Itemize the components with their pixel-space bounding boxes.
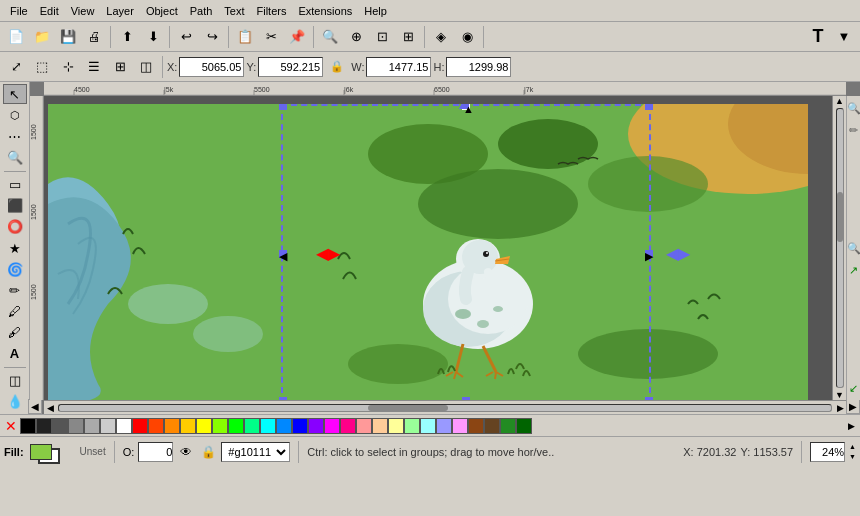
snap-guide[interactable]: ☰	[82, 55, 106, 79]
menu-file[interactable]: File	[4, 3, 34, 19]
swatch-brown[interactable]	[468, 418, 484, 434]
zoom-draw-button[interactable]: ⊞	[396, 25, 420, 49]
print-button[interactable]: 🖨	[82, 25, 106, 49]
more-tools-button[interactable]: ▼	[832, 25, 856, 49]
expand-left-btn[interactable]: ◀	[28, 399, 42, 414]
swatch-brightyellow[interactable]	[196, 418, 212, 434]
zoom-tool[interactable]: 🔍	[3, 147, 27, 167]
menu-edit[interactable]: Edit	[34, 3, 65, 19]
swatch-yellowgreen[interactable]	[212, 418, 228, 434]
dropper-tool[interactable]: 💧	[3, 392, 27, 412]
zoom-input[interactable]	[810, 442, 845, 462]
swatch-yellow[interactable]	[180, 418, 196, 434]
color-black[interactable]	[20, 418, 36, 434]
menu-view[interactable]: View	[65, 3, 101, 19]
swatch-cyan[interactable]	[260, 418, 276, 434]
right-tool-3[interactable]: 🔍	[845, 239, 861, 257]
hscroll-track[interactable]	[58, 404, 832, 412]
right-tool-4[interactable]: ↗	[845, 261, 861, 279]
zoom-page-button[interactable]: ⊡	[370, 25, 394, 49]
swatch-pink[interactable]	[452, 418, 468, 434]
pen-tool[interactable]: 🖊	[3, 301, 27, 321]
text-tool-large-button[interactable]: T	[806, 25, 830, 49]
lock-ratio-button[interactable]: 🔒	[325, 55, 349, 79]
move-handle-right[interactable]: ◀▶	[666, 244, 690, 263]
swatch-forestgreen[interactable]	[500, 418, 516, 434]
menu-extensions[interactable]: Extensions	[292, 3, 358, 19]
h-input[interactable]	[446, 57, 511, 77]
visibility-icon[interactable]: 👁	[177, 443, 195, 461]
menu-help[interactable]: Help	[358, 3, 393, 19]
paste-button[interactable]: 📌	[285, 25, 309, 49]
palette-scroll-right[interactable]: ▶	[844, 421, 858, 431]
swatch-gray[interactable]	[52, 418, 68, 434]
text-tool[interactable]: A	[3, 344, 27, 364]
y-input[interactable]	[258, 57, 323, 77]
zoom-orig-button[interactable]: 🔍	[318, 25, 342, 49]
save-button[interactable]: 💾	[56, 25, 80, 49]
vscroll-thumb[interactable]	[837, 192, 843, 242]
swatch-redorange[interactable]	[148, 418, 164, 434]
swatch-red[interactable]	[132, 418, 148, 434]
right-tool-1[interactable]: 🔍	[845, 99, 861, 117]
hscroll-right[interactable]: ▶	[834, 403, 846, 413]
import-button[interactable]: ⬆	[115, 25, 139, 49]
open-button[interactable]: 📁	[30, 25, 54, 49]
swatch-silver[interactable]	[100, 418, 116, 434]
swatch-lightcyan[interactable]	[420, 418, 436, 434]
snap-align[interactable]: ⊞	[108, 55, 132, 79]
spiral-tool[interactable]: 🌀	[3, 259, 27, 279]
swatch-lightgray[interactable]	[84, 418, 100, 434]
swatch-orange[interactable]	[164, 418, 180, 434]
copy-clipboard-button[interactable]: 📋	[233, 25, 257, 49]
cut-button[interactable]: ✂	[259, 25, 283, 49]
select-touch-button[interactable]: ◉	[455, 25, 479, 49]
swatch-darkgreen[interactable]	[516, 418, 532, 434]
hscroll-left[interactable]: ◀	[44, 403, 56, 413]
palette-x-button[interactable]: ✕	[2, 417, 20, 435]
hscroll-thumb[interactable]	[368, 405, 448, 411]
move-handle[interactable]: ◀▶	[316, 244, 340, 263]
layer-select[interactable]: #g10111	[221, 442, 290, 462]
menu-path[interactable]: Path	[184, 3, 219, 19]
swatch-darkbrown[interactable]	[484, 418, 500, 434]
menu-text[interactable]: Text	[218, 3, 250, 19]
callig-tool[interactable]: 🖋	[3, 323, 27, 343]
vscroll-track[interactable]	[836, 108, 844, 388]
swatch-lightgreen[interactable]	[404, 418, 420, 434]
swatch-white[interactable]	[116, 418, 132, 434]
right-tool-5[interactable]: ↙	[845, 379, 861, 397]
swatch-mint[interactable]	[244, 418, 260, 434]
expand-right-btn[interactable]: ▶	[846, 399, 860, 414]
swatch-magenta[interactable]	[324, 418, 340, 434]
tweak-tool[interactable]: ⋯	[3, 126, 27, 146]
snap-bbox[interactable]: ⬚	[30, 55, 54, 79]
zoom-stepper[interactable]: ▲ ▼	[849, 442, 856, 462]
w-input[interactable]	[366, 57, 431, 77]
snap-enable[interactable]: ⤢	[4, 55, 28, 79]
export-button[interactable]: ⬇	[141, 25, 165, 49]
swatch-lightpink[interactable]	[356, 418, 372, 434]
swatch-midgray[interactable]	[68, 418, 84, 434]
opacity-input[interactable]	[138, 442, 173, 462]
3dbox-tool[interactable]: ⬛	[3, 196, 27, 216]
lock-icon[interactable]: 🔒	[199, 443, 217, 461]
swatch-lavender[interactable]	[436, 418, 452, 434]
menu-filters[interactable]: Filters	[251, 3, 293, 19]
select-tool[interactable]: ↖	[3, 84, 27, 104]
snap-node[interactable]: ⊹	[56, 55, 80, 79]
menu-object[interactable]: Object	[140, 3, 184, 19]
node-tool[interactable]: ⬡	[3, 105, 27, 125]
new-button[interactable]: 📄	[4, 25, 28, 49]
zoom-fit-button[interactable]: ⊕	[344, 25, 368, 49]
undo-button[interactable]: ↩	[174, 25, 198, 49]
menu-layer[interactable]: Layer	[100, 3, 140, 19]
swatch-hotpink[interactable]	[340, 418, 356, 434]
star-tool[interactable]: ★	[3, 238, 27, 258]
swatch-lightyellow[interactable]	[388, 418, 404, 434]
swatch-blue[interactable]	[292, 418, 308, 434]
ellipse-tool[interactable]: ⭕	[3, 217, 27, 237]
redo-button[interactable]: ↪	[200, 25, 224, 49]
select-same-button[interactable]: ◈	[429, 25, 453, 49]
swatch-azure[interactable]	[276, 418, 292, 434]
